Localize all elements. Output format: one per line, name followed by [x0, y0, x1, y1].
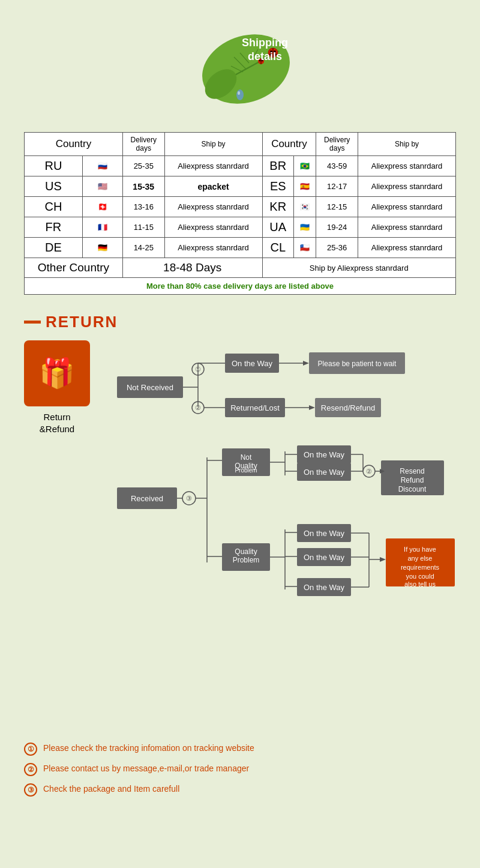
shipping-table: Country Deliverydays Ship by Country Del… — [24, 132, 456, 295]
table-row: FR 🇫🇷 11-15 Aliexpress stanrdard UA 🇺🇦 1… — [25, 217, 456, 238]
header-section: Shipping details — [0, 0, 480, 126]
svg-text:you could: you could — [406, 573, 434, 580]
svg-text:On the Way: On the Way — [304, 553, 345, 562]
other-country-row: Other Country 18-48 Days Ship by Aliexpr… — [25, 258, 456, 278]
flowchart-container: 🎁 Return&Refund Not Received ① — [24, 340, 456, 731]
note-item-2: ② Please contact us by message,e-mail,or… — [24, 763, 456, 776]
svg-text:Please be patient to wait: Please be patient to wait — [318, 360, 397, 368]
note-text-1: Please check the tracking infomation on … — [43, 743, 254, 755]
note-text-3: Check the package and Item carefull — [43, 783, 179, 795]
svg-text:Refund: Refund — [401, 476, 424, 484]
svg-text:also tell us: also tell us — [404, 580, 436, 588]
svg-text:Not Received: Not Received — [127, 383, 173, 392]
leaf-decoration: Shipping details — [180, 18, 300, 114]
col-ship-left: Ship by — [164, 133, 262, 156]
svg-text:Returned/Lost: Returned/Lost — [230, 403, 280, 412]
svg-point-18 — [236, 89, 244, 100]
table-row: RU 🇷🇺 25-35 Aliexpress stanrdard BR 🇧🇷 4… — [25, 156, 456, 176]
svg-point-19 — [238, 91, 240, 95]
note-circle-2: ② — [24, 763, 37, 776]
return-section: RETURN 🎁 Return&Refund Not Received ① — [0, 307, 480, 737]
svg-marker-94 — [380, 557, 386, 562]
note-item-3: ③ Check the package and Item carefull — [24, 783, 456, 797]
flow-svg: Not Received ① On the Way Pl — [111, 340, 459, 731]
svg-text:Quality: Quality — [235, 547, 257, 556]
notes-section: ① Please check the tracking infomation o… — [0, 737, 480, 822]
svg-text:requirements: requirements — [401, 564, 440, 571]
shipping-title: Shipping details — [242, 36, 288, 64]
svg-marker-40 — [309, 405, 315, 410]
table-row: US 🇺🇸 15-35 epacket ES 🇪🇸 12-17 Aliexpre… — [25, 176, 456, 197]
svg-text:On the Way: On the Way — [304, 468, 345, 477]
svg-text:③: ③ — [186, 495, 192, 502]
table-row: CH 🇨🇭 13-16 Aliexpress stanrdard KR 🇰🇷 1… — [25, 197, 456, 217]
return-title-bar: RETURN — [24, 313, 456, 331]
col-country-left: Country — [25, 133, 123, 156]
note-circle-3: ③ — [24, 783, 37, 797]
col-ship-right: Ship by — [358, 133, 456, 156]
gift-box: 🎁 — [24, 340, 90, 406]
svg-text:On the Way: On the Way — [304, 583, 345, 592]
note-item-1: ① Please check the tracking infomation o… — [24, 743, 456, 756]
return-title: RETURN — [46, 313, 118, 331]
note-circle-1: ① — [24, 743, 37, 756]
svg-text:Problem: Problem — [233, 556, 260, 564]
svg-text:On the Way: On the Way — [304, 450, 345, 459]
note-text-2: Please contact us by message,e-mail,or t… — [43, 763, 249, 775]
return-bar-decoration — [24, 321, 41, 324]
svg-text:Not: Not — [241, 453, 252, 462]
col-country-right: Country — [262, 133, 316, 156]
svg-text:If you have: If you have — [404, 546, 436, 553]
table-section: Country Deliverydays Ship by Country Del… — [0, 126, 480, 307]
svg-text:②: ② — [195, 404, 201, 411]
svg-text:On the Way: On the Way — [232, 359, 273, 368]
leaf-svg — [180, 18, 300, 114]
gift-label: Return&Refund — [40, 411, 74, 435]
col-delivery-left: Deliverydays — [122, 133, 164, 156]
svg-marker-31 — [303, 361, 309, 366]
svg-text:②: ② — [366, 468, 372, 475]
svg-text:Problem: Problem — [235, 467, 257, 474]
col-delivery-right: Deliverydays — [316, 133, 358, 156]
svg-text:any else: any else — [408, 555, 433, 562]
svg-text:Discount: Discount — [398, 485, 427, 493]
svg-text:Received: Received — [131, 494, 163, 503]
footer-note-row: More than 80% case delivery days are lis… — [25, 278, 456, 295]
svg-text:Resend/Refund: Resend/Refund — [321, 403, 375, 412]
gift-icon: 🎁 — [39, 359, 75, 388]
table-row: DE 🇩🇪 14-25 Aliexpress stanrdard CL 🇨🇱 2… — [25, 238, 456, 258]
svg-text:On the Way: On the Way — [304, 529, 345, 538]
gift-container: 🎁 Return&Refund — [24, 340, 90, 435]
svg-text:Resend: Resend — [400, 467, 424, 475]
